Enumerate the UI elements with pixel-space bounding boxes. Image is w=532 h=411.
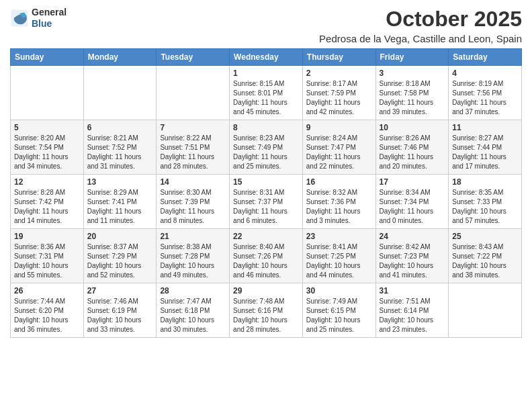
page: General Blue October 2025 Pedrosa de la … xyxy=(0,0,532,411)
calendar-cell: 3Sunrise: 8:18 AM Sunset: 7:58 PM Daylig… xyxy=(375,66,449,120)
calendar-cell: 30Sunrise: 7:49 AM Sunset: 6:15 PM Dayli… xyxy=(302,283,375,338)
day-number: 24 xyxy=(380,232,445,241)
calendar-cell: 25Sunrise: 8:43 AM Sunset: 7:22 PM Dayli… xyxy=(449,229,522,283)
calendar-week-row: 26Sunrise: 7:44 AM Sunset: 6:20 PM Dayli… xyxy=(11,283,522,338)
day-info: Sunrise: 8:38 AM Sunset: 7:28 PM Dayligh… xyxy=(160,242,226,280)
calendar-cell: 7Sunrise: 8:22 AM Sunset: 7:51 PM Daylig… xyxy=(157,120,230,175)
header: General Blue October 2025 Pedrosa de la … xyxy=(10,7,522,44)
day-number: 4 xyxy=(452,68,518,78)
calendar-cell: 27Sunrise: 7:46 AM Sunset: 6:19 PM Dayli… xyxy=(83,283,157,338)
day-number: 8 xyxy=(233,123,299,132)
day-info: Sunrise: 8:37 AM Sunset: 7:29 PM Dayligh… xyxy=(87,242,153,280)
calendar-cell xyxy=(11,66,84,120)
day-info: Sunrise: 8:26 AM Sunset: 7:46 PM Dayligh… xyxy=(380,134,445,171)
day-number: 16 xyxy=(306,177,372,187)
day-info: Sunrise: 8:18 AM Sunset: 7:58 PM Dayligh… xyxy=(380,79,445,117)
day-info: Sunrise: 8:27 AM Sunset: 7:44 PM Dayligh… xyxy=(452,134,518,171)
day-number: 19 xyxy=(14,232,80,241)
calendar-cell: 11Sunrise: 8:27 AM Sunset: 7:44 PM Dayli… xyxy=(449,120,522,175)
calendar-cell: 19Sunrise: 8:36 AM Sunset: 7:31 PM Dayli… xyxy=(11,229,84,283)
day-info: Sunrise: 7:49 AM Sunset: 6:15 PM Dayligh… xyxy=(306,297,372,334)
calendar: SundayMondayTuesdayWednesdayThursdayFrid… xyxy=(10,48,522,338)
day-header-tuesday: Tuesday xyxy=(157,49,230,66)
calendar-cell: 4Sunrise: 8:19 AM Sunset: 7:56 PM Daylig… xyxy=(449,66,522,120)
day-number: 22 xyxy=(233,232,299,241)
day-number: 15 xyxy=(233,177,299,187)
day-info: Sunrise: 8:42 AM Sunset: 7:23 PM Dayligh… xyxy=(380,242,445,280)
day-number: 1 xyxy=(233,68,299,78)
calendar-cell xyxy=(157,66,230,120)
calendar-cell: 14Sunrise: 8:30 AM Sunset: 7:39 PM Dayli… xyxy=(157,175,230,229)
calendar-week-row: 1Sunrise: 8:15 AM Sunset: 8:01 PM Daylig… xyxy=(11,66,522,120)
calendar-cell: 13Sunrise: 8:29 AM Sunset: 7:41 PM Dayli… xyxy=(83,175,157,229)
day-number: 23 xyxy=(306,232,372,241)
day-info: Sunrise: 8:43 AM Sunset: 7:22 PM Dayligh… xyxy=(452,242,518,280)
day-info: Sunrise: 8:15 AM Sunset: 8:01 PM Dayligh… xyxy=(233,79,299,117)
calendar-cell: 8Sunrise: 8:23 AM Sunset: 7:49 PM Daylig… xyxy=(230,120,303,175)
month-title: October 2025 xyxy=(319,7,522,32)
day-number: 9 xyxy=(306,123,372,132)
day-number: 14 xyxy=(160,177,226,187)
day-number: 5 xyxy=(14,123,80,132)
day-number: 21 xyxy=(160,232,226,241)
calendar-cell: 20Sunrise: 8:37 AM Sunset: 7:29 PM Dayli… xyxy=(83,229,157,283)
day-info: Sunrise: 8:21 AM Sunset: 7:52 PM Dayligh… xyxy=(87,134,153,171)
day-header-wednesday: Wednesday xyxy=(230,49,303,66)
logo-icon xyxy=(10,9,29,28)
day-number: 20 xyxy=(87,232,153,241)
day-info: Sunrise: 8:24 AM Sunset: 7:47 PM Dayligh… xyxy=(306,134,372,171)
calendar-cell xyxy=(83,66,157,120)
day-info: Sunrise: 8:34 AM Sunset: 7:34 PM Dayligh… xyxy=(380,188,445,226)
calendar-cell: 17Sunrise: 8:34 AM Sunset: 7:34 PM Dayli… xyxy=(375,175,449,229)
calendar-cell: 5Sunrise: 8:20 AM Sunset: 7:54 PM Daylig… xyxy=(11,120,84,175)
title-section: October 2025 Pedrosa de la Vega, Castill… xyxy=(319,7,522,44)
day-number: 27 xyxy=(87,286,153,295)
calendar-cell: 1Sunrise: 8:15 AM Sunset: 8:01 PM Daylig… xyxy=(230,66,303,120)
calendar-cell: 6Sunrise: 8:21 AM Sunset: 7:52 PM Daylig… xyxy=(83,120,157,175)
day-number: 10 xyxy=(380,123,445,132)
day-number: 13 xyxy=(87,177,153,187)
calendar-week-row: 19Sunrise: 8:36 AM Sunset: 7:31 PM Dayli… xyxy=(11,229,522,283)
calendar-cell: 9Sunrise: 8:24 AM Sunset: 7:47 PM Daylig… xyxy=(302,120,375,175)
day-info: Sunrise: 8:29 AM Sunset: 7:41 PM Dayligh… xyxy=(87,188,153,226)
day-number: 2 xyxy=(306,68,372,78)
day-number: 30 xyxy=(306,286,372,295)
calendar-cell: 31Sunrise: 7:51 AM Sunset: 6:14 PM Dayli… xyxy=(375,283,449,338)
day-info: Sunrise: 8:22 AM Sunset: 7:51 PM Dayligh… xyxy=(160,134,226,171)
day-info: Sunrise: 7:46 AM Sunset: 6:19 PM Dayligh… xyxy=(87,297,153,334)
day-number: 12 xyxy=(14,177,80,187)
day-info: Sunrise: 8:30 AM Sunset: 7:39 PM Dayligh… xyxy=(160,188,226,226)
calendar-cell: 24Sunrise: 8:42 AM Sunset: 7:23 PM Dayli… xyxy=(375,229,449,283)
day-header-sunday: Sunday xyxy=(11,49,84,66)
calendar-cell: 28Sunrise: 7:47 AM Sunset: 6:18 PM Dayli… xyxy=(157,283,230,338)
day-number: 18 xyxy=(452,177,518,187)
day-info: Sunrise: 7:44 AM Sunset: 6:20 PM Dayligh… xyxy=(14,297,80,334)
day-number: 11 xyxy=(452,123,518,132)
day-header-monday: Monday xyxy=(83,49,157,66)
day-info: Sunrise: 8:23 AM Sunset: 7:49 PM Dayligh… xyxy=(233,134,299,171)
subtitle: Pedrosa de la Vega, Castille and Leon, S… xyxy=(319,33,522,44)
day-info: Sunrise: 7:48 AM Sunset: 6:16 PM Dayligh… xyxy=(233,297,299,334)
day-header-saturday: Saturday xyxy=(449,49,522,66)
day-info: Sunrise: 8:19 AM Sunset: 7:56 PM Dayligh… xyxy=(452,79,518,117)
day-info: Sunrise: 8:28 AM Sunset: 7:42 PM Dayligh… xyxy=(14,188,80,226)
day-number: 29 xyxy=(233,286,299,295)
calendar-cell: 18Sunrise: 8:35 AM Sunset: 7:33 PM Dayli… xyxy=(449,175,522,229)
logo-text: General Blue xyxy=(32,7,66,30)
day-number: 3 xyxy=(380,68,445,78)
calendar-cell: 12Sunrise: 8:28 AM Sunset: 7:42 PM Dayli… xyxy=(11,175,84,229)
day-number: 7 xyxy=(160,123,226,132)
calendar-cell: 22Sunrise: 8:40 AM Sunset: 7:26 PM Dayli… xyxy=(230,229,303,283)
calendar-week-row: 5Sunrise: 8:20 AM Sunset: 7:54 PM Daylig… xyxy=(11,120,522,175)
day-number: 28 xyxy=(160,286,226,295)
calendar-cell: 26Sunrise: 7:44 AM Sunset: 6:20 PM Dayli… xyxy=(11,283,84,338)
calendar-cell: 23Sunrise: 8:41 AM Sunset: 7:25 PM Dayli… xyxy=(302,229,375,283)
day-info: Sunrise: 8:20 AM Sunset: 7:54 PM Dayligh… xyxy=(14,134,80,171)
calendar-cell: 16Sunrise: 8:32 AM Sunset: 7:36 PM Dayli… xyxy=(302,175,375,229)
day-number: 25 xyxy=(452,232,518,241)
day-number: 6 xyxy=(87,123,153,132)
day-info: Sunrise: 7:47 AM Sunset: 6:18 PM Dayligh… xyxy=(160,297,226,334)
day-info: Sunrise: 8:32 AM Sunset: 7:36 PM Dayligh… xyxy=(306,188,372,226)
day-header-friday: Friday xyxy=(375,49,449,66)
calendar-header-row: SundayMondayTuesdayWednesdayThursdayFrid… xyxy=(11,49,522,66)
